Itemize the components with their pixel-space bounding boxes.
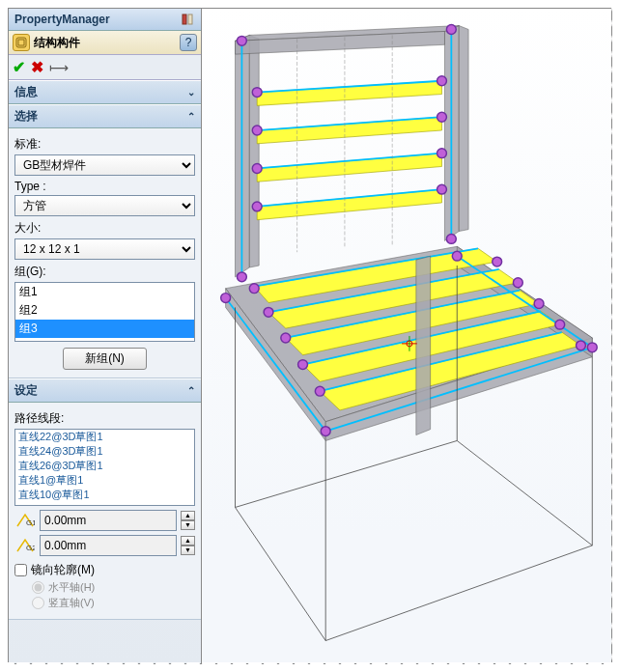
app-window: PropertyManager 结构构件 ? ✔ ✖ ⟼ 信息 ⌄ 选择 ⌃ 标 (8, 8, 612, 664)
chevron-down-icon: ⌄ (187, 87, 195, 98)
path-item[interactable]: 直线22@3D草图1 (15, 430, 194, 444)
svg-point-78 (264, 307, 273, 317)
svg-line-52 (236, 507, 326, 640)
g1-spin-down[interactable]: ▼ (181, 520, 195, 530)
svg-point-67 (437, 112, 447, 122)
standard-label: 标准: (14, 136, 195, 153)
svg-marker-22 (257, 154, 441, 182)
path-item[interactable]: 直线26@3D草图1 (15, 459, 194, 473)
section-title-select: 选择 (14, 108, 38, 125)
group-label: 组(G): (14, 264, 195, 280)
path-segments-label: 路径线段: (14, 410, 195, 427)
section-body-settings: 路径线段: 直线22@3D草图1直线24@3D草图1直线26@3D草图1直线1@… (9, 403, 201, 620)
svg-line-53 (325, 546, 592, 641)
svg-point-77 (493, 257, 502, 266)
feature-title: 结构构件 (34, 35, 180, 51)
svg-marker-17 (459, 26, 468, 232)
group-item[interactable]: 组1 (15, 283, 194, 301)
svg-point-84 (315, 386, 324, 396)
type-label: Type : (14, 180, 195, 193)
svg-point-69 (437, 149, 447, 158)
3d-viewport[interactable] (202, 9, 611, 663)
svg-point-70 (252, 202, 262, 211)
pushpin-button[interactable]: ⟼ (49, 60, 69, 75)
chevron-up-icon: ⌃ (187, 111, 195, 122)
section-header-select[interactable]: 选择 ⌃ (9, 104, 201, 128)
svg-point-62 (237, 36, 246, 45)
section-header-settings[interactable]: 设定 ⌃ (9, 378, 201, 403)
path-item[interactable]: 直线10@草图1 (15, 488, 194, 502)
svg-point-76 (249, 284, 259, 294)
pm-title: PropertyManager (14, 13, 110, 26)
svg-point-64 (252, 88, 262, 98)
svg-rect-9 (188, 14, 192, 24)
svg-marker-21 (257, 117, 441, 144)
mirror-label: 镜向轮廓(M) (31, 562, 95, 578)
svg-marker-20 (257, 81, 441, 106)
svg-line-54 (457, 440, 592, 545)
section-header-info[interactable]: 信息 ⌄ (9, 80, 201, 104)
mirror-checkbox[interactable] (14, 564, 27, 576)
section-title-info: 信息 (14, 84, 38, 100)
help-button[interactable]: ? (180, 34, 197, 51)
svg-point-73 (446, 234, 456, 243)
svg-point-74 (221, 294, 231, 303)
svg-point-65 (437, 76, 447, 86)
axis-v-radio (32, 597, 44, 609)
svg-rect-8 (183, 14, 186, 24)
type-select[interactable]: 方管 (14, 195, 195, 216)
size-label: 大小: (14, 220, 195, 237)
svg-point-75 (452, 251, 462, 261)
property-manager-panel: PropertyManager 结构构件 ? ✔ ✖ ⟼ 信息 ⌄ 选择 ⌃ 标 (9, 9, 202, 663)
structural-member-icon (13, 34, 30, 51)
svg-text:G2: G2 (26, 544, 35, 552)
svg-marker-15 (249, 35, 259, 267)
svg-point-66 (252, 126, 262, 135)
svg-point-83 (555, 320, 565, 329)
standard-select[interactable]: GB型材焊件 (14, 154, 195, 176)
g2-spin-down[interactable]: ▼ (181, 546, 195, 555)
svg-point-63 (446, 25, 456, 35)
feature-title-row: 结构构件 ? (9, 31, 201, 55)
section-body-select: 标准: GB型材焊件 Type : 方管 大小: 12 x 12 x 1 组(G… (9, 128, 201, 378)
section-title-settings: 设定 (14, 382, 38, 399)
svg-text:G1: G1 (26, 518, 35, 527)
svg-point-72 (237, 272, 246, 282)
path-segments-list[interactable]: 直线22@3D草图1直线24@3D草图1直线26@3D草图1直线1@草图1直线1… (14, 429, 195, 506)
svg-point-86 (321, 427, 330, 436)
group-item[interactable]: 组2 (15, 301, 194, 320)
svg-line-55 (236, 440, 458, 507)
svg-point-80 (281, 333, 291, 343)
g1-input[interactable] (40, 510, 177, 531)
svg-point-71 (437, 184, 447, 194)
action-row: ✔ ✖ ⟼ (9, 55, 201, 80)
svg-point-82 (298, 360, 308, 370)
size-select[interactable]: 12 x 12 x 1 (14, 238, 195, 260)
svg-point-68 (252, 164, 262, 174)
axis-h-label: 水平轴(H) (48, 580, 95, 595)
g2-icon: G2 (14, 536, 36, 555)
svg-point-79 (513, 278, 522, 288)
g2-spin-up[interactable]: ▲ (181, 536, 195, 546)
svg-point-81 (534, 299, 544, 309)
group-item[interactable]: 组3 (15, 320, 194, 338)
axis-h-radio (32, 581, 44, 594)
cancel-button[interactable]: ✖ (31, 58, 43, 76)
back-slats (257, 81, 441, 220)
svg-point-85 (577, 341, 586, 350)
pin-panel-icon[interactable] (180, 12, 195, 27)
axis-v-label: 竖直轴(V) (48, 596, 95, 610)
svg-point-87 (587, 343, 597, 352)
svg-marker-47 (416, 256, 431, 434)
g2-input[interactable] (40, 535, 177, 556)
chevron-up-icon: ⌃ (187, 385, 195, 396)
pm-header: PropertyManager (9, 9, 201, 31)
path-item[interactable]: 直线1@草图1 (15, 473, 194, 488)
path-item[interactable]: 直线24@3D草图1 (15, 444, 194, 459)
ok-button[interactable]: ✔ (13, 58, 25, 76)
g1-icon: G1 (14, 511, 36, 530)
group-listbox[interactable]: 组1组2组3 (14, 282, 195, 342)
new-group-button[interactable]: 新组(N) (63, 348, 147, 370)
g1-spin-up[interactable]: ▲ (181, 511, 195, 520)
